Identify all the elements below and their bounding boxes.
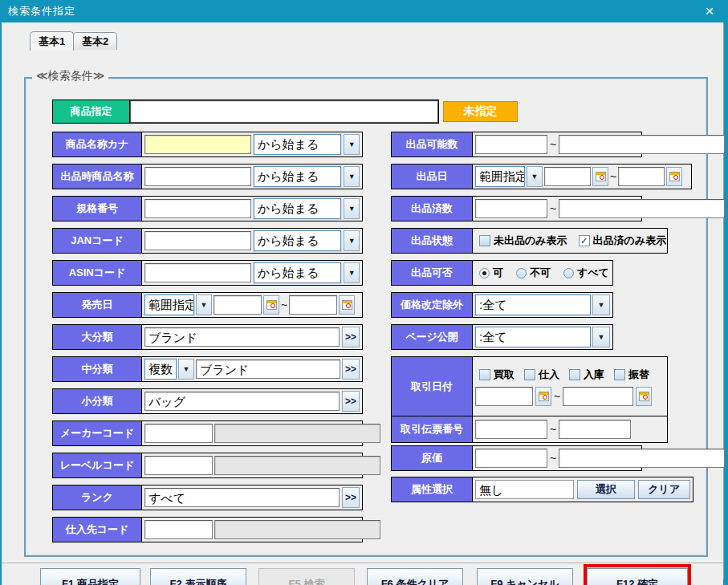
buy-checkbox[interactable]: 買取: [479, 368, 514, 382]
release-date-mode-select[interactable]: 範囲指定: [144, 295, 194, 315]
asin-code-input[interactable]: [144, 263, 251, 282]
not-allowed-radio[interactable]: 不可: [516, 266, 551, 280]
listed-qty-from-input[interactable]: [475, 199, 547, 218]
middle-class-value[interactable]: ブランド: [196, 360, 340, 379]
transaction-date-to-input[interactable]: [563, 387, 633, 406]
receiving-label: 入庫: [584, 368, 604, 382]
f12-confirm-button[interactable]: F12 確定: [587, 568, 688, 585]
row-asin-code: ASINコード から始まる ▼: [52, 260, 363, 286]
f6-clear-conditions-button[interactable]: F6 条件クリア: [367, 568, 463, 585]
sellable-qty-to-input[interactable]: [559, 135, 725, 154]
price-revision-exclude-select[interactable]: :全て: [475, 295, 591, 315]
middle-class-more-button[interactable]: >>: [342, 359, 360, 380]
calendar-icon[interactable]: [592, 167, 608, 186]
chevron-down-icon[interactable]: ▼: [196, 295, 212, 315]
range-tilde: ~: [550, 138, 556, 151]
row-jan-code: JANコード から始まる ▼: [52, 228, 363, 254]
tab-basic2[interactable]: 基本2: [73, 32, 117, 50]
allowed-label: 可: [493, 266, 503, 280]
jan-match-select[interactable]: から始まる: [254, 230, 341, 251]
chevron-down-icon[interactable]: ▼: [344, 134, 360, 155]
sellable-qty-from-input[interactable]: [475, 135, 547, 154]
transaction-date-from-input[interactable]: [475, 387, 533, 406]
supplier-name-field: [214, 520, 380, 539]
listing-name-match-select[interactable]: から始まる: [254, 166, 341, 187]
chevron-down-icon[interactable]: ▼: [592, 327, 610, 347]
product-spec-input[interactable]: [130, 100, 438, 123]
release-date-from-input[interactable]: [214, 295, 262, 315]
major-class-more-button[interactable]: >>: [342, 327, 360, 347]
product-name-kana-input[interactable]: [144, 135, 251, 154]
purchase-checkbox[interactable]: 仕入: [524, 368, 559, 382]
middle-class-mode-select[interactable]: 複数: [144, 359, 177, 380]
title-bar: 検索条件指定 ×: [0, 0, 728, 22]
close-icon[interactable]: ×: [701, 2, 718, 20]
tab-basic2-label: 基本2: [82, 35, 108, 49]
unspecified-button[interactable]: 未指定: [443, 101, 518, 122]
supplier-code-input[interactable]: [144, 520, 213, 539]
jan-code-input[interactable]: [144, 231, 251, 250]
jan-code-label: JANコード: [53, 229, 142, 253]
transaction-slip-to-input[interactable]: [559, 420, 631, 439]
rank-value[interactable]: すべて: [144, 488, 340, 507]
row-sellable-qty: 出品可能数 ~: [391, 132, 642, 157]
row-product-spec: 商品指定: [52, 100, 439, 124]
cost-from-input[interactable]: [475, 449, 547, 468]
listing-date-from-input[interactable]: [544, 167, 591, 186]
kana-match-select[interactable]: から始まる: [254, 134, 341, 155]
minor-class-more-button[interactable]: >>: [342, 391, 360, 412]
minor-class-value[interactable]: バッグ: [144, 392, 340, 411]
page-public-select[interactable]: :全て: [475, 327, 591, 347]
range-tilde: ~: [550, 452, 556, 465]
chevron-down-icon[interactable]: ▼: [344, 262, 360, 283]
standard-number-match-select[interactable]: から始まる: [254, 198, 341, 219]
row-cost: 原価 ~: [391, 445, 642, 471]
row-supplier-code: 仕入先コード: [52, 517, 363, 542]
chevron-down-icon[interactable]: ▼: [344, 230, 360, 251]
chevron-down-icon[interactable]: ▼: [344, 166, 360, 187]
checkbox-icon: [479, 235, 490, 246]
row-listed-qty: 出品済数 ~: [391, 196, 642, 221]
transaction-slip-from-input[interactable]: [475, 420, 547, 439]
calendar-icon[interactable]: [263, 295, 279, 315]
asin-match-select[interactable]: から始まる: [254, 262, 341, 283]
row-price-revision-exclude: 価格改定除外 :全て ▼: [391, 292, 613, 318]
major-class-value[interactable]: ブランド: [144, 327, 340, 347]
attribute-select-button[interactable]: 選択: [577, 480, 634, 499]
tab-basic1[interactable]: 基本1: [30, 31, 74, 51]
calendar-icon[interactable]: [636, 387, 652, 406]
row-page-public: ページ公開 :全て ▼: [391, 324, 613, 350]
unlisted-only-checkbox[interactable]: 未出品のみ表示: [479, 234, 567, 248]
transfer-checkbox[interactable]: 振替: [614, 368, 649, 382]
f9-cancel-button[interactable]: F9 キャンセル: [477, 568, 573, 585]
allowed-radio[interactable]: 可: [479, 266, 503, 280]
listed-qty-to-input[interactable]: [559, 199, 725, 218]
chevron-down-icon[interactable]: ▼: [592, 295, 610, 315]
attribute-clear-button[interactable]: クリア: [638, 480, 690, 499]
receiving-checkbox[interactable]: 入庫: [569, 368, 604, 382]
all-radio[interactable]: すべて: [563, 266, 609, 280]
row-maker-code: メーカーコード: [52, 420, 363, 446]
listed-qty-label: 出品済数: [392, 197, 473, 221]
listing-product-name-input[interactable]: [144, 167, 251, 186]
listed-only-checkbox[interactable]: ✓ 出品済のみ表示: [579, 234, 667, 248]
standard-number-input[interactable]: [144, 199, 251, 218]
rank-more-button[interactable]: >>: [342, 487, 360, 508]
calendar-icon[interactable]: [666, 167, 682, 186]
listing-date-mode-select[interactable]: 範囲指定: [475, 166, 525, 187]
f2-display-order-button[interactable]: F2 表示順序: [150, 568, 246, 585]
release-date-to-input[interactable]: [289, 295, 337, 315]
calendar-icon[interactable]: [535, 387, 551, 406]
maker-code-input[interactable]: [144, 424, 213, 443]
f1-product-spec-button[interactable]: F1 商品指定: [40, 568, 140, 585]
cost-to-input[interactable]: [559, 449, 725, 468]
tab-basic1-label: 基本1: [39, 35, 65, 49]
label-code-input[interactable]: [144, 456, 213, 475]
chevron-down-icon[interactable]: ▼: [178, 359, 194, 380]
chevron-down-icon[interactable]: ▼: [344, 198, 360, 219]
calendar-icon[interactable]: [339, 295, 355, 315]
listing-date-to-input[interactable]: [618, 167, 665, 186]
supplier-code-label: 仕入先コード: [53, 518, 142, 542]
dialog-body: 基本1 基本2 ≪検索条件≫ 商品指定 未指定 商品名称カナ から始まる ▼: [2, 22, 724, 579]
chevron-down-icon[interactable]: ▼: [527, 166, 543, 187]
